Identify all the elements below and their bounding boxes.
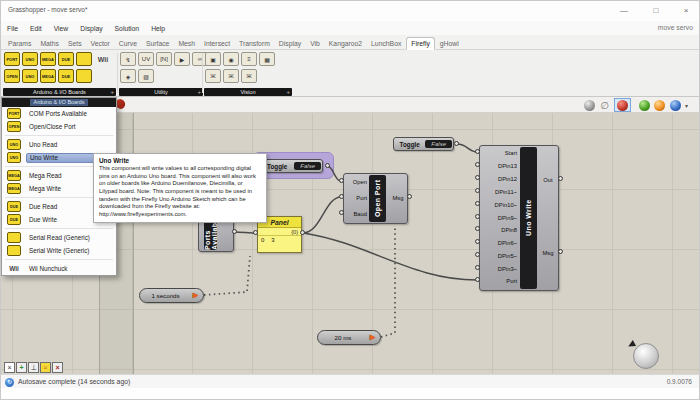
output-node-ports[interactable] bbox=[232, 229, 237, 234]
expand-plus-icon[interactable]: + bbox=[110, 89, 114, 95]
preview-shaded-icon[interactable] bbox=[617, 100, 628, 111]
uno-write-icon[interactable]: UNO bbox=[22, 69, 38, 83]
open-port-icon[interactable]: OPEN bbox=[4, 69, 20, 83]
ribbon-group-label-utility[interactable]: Utility + bbox=[119, 88, 203, 97]
open-port-component[interactable]: Open Port Baud Open Port Msg bbox=[343, 173, 408, 224]
tracking-icon[interactable]: ◉ bbox=[223, 52, 239, 66]
wii-nunchuck-icon[interactable]: Wii bbox=[94, 52, 112, 66]
mega-read-icon[interactable]: MEGA bbox=[40, 52, 56, 66]
tab-firefly[interactable]: Firefly bbox=[406, 37, 435, 50]
com-ports-icon[interactable]: PORT bbox=[4, 52, 20, 66]
serial-write-icon[interactable] bbox=[76, 69, 92, 83]
tab-vector[interactable]: Vector bbox=[87, 38, 114, 49]
due-read-icon[interactable]: DUE bbox=[58, 52, 74, 66]
output-node-panel[interactable] bbox=[300, 230, 305, 235]
camera-icon[interactable]: ▣ bbox=[205, 52, 221, 66]
menu-solution[interactable]: Solution bbox=[109, 25, 146, 32]
input-node-dpin10[interactable] bbox=[475, 201, 480, 206]
upload-icon[interactable]: ↯ bbox=[120, 52, 136, 66]
tab-transform[interactable]: Transform bbox=[235, 38, 274, 49]
tab-vib[interactable]: Vib bbox=[306, 38, 324, 49]
calibrate-icon[interactable]: ◈ bbox=[120, 69, 136, 83]
align-widget-icon[interactable]: + bbox=[16, 362, 27, 373]
input-node-dpin11[interactable] bbox=[475, 188, 480, 193]
minimize-button[interactable]: — bbox=[611, 3, 637, 18]
menu-view[interactable]: View bbox=[48, 25, 75, 32]
skeleton-icon-1[interactable]: Ж bbox=[205, 69, 221, 83]
anchor-widget-icon[interactable]: ⊥ bbox=[28, 362, 39, 373]
preview-off-icon[interactable]: ∅ bbox=[599, 100, 610, 111]
menu-item-com-ports[interactable]: PORT COM Ports Available bbox=[2, 107, 116, 120]
skeleton-icon-3[interactable]: Ж bbox=[241, 69, 257, 83]
tab-mesh[interactable]: Mesh bbox=[174, 38, 199, 49]
input-node-uport[interactable] bbox=[475, 277, 480, 282]
tab-lunchbox[interactable]: LunchBox bbox=[367, 38, 405, 49]
preview-wireframe-icon[interactable] bbox=[584, 100, 595, 111]
medium-quality-icon[interactable] bbox=[654, 100, 665, 111]
profiler-widget-icon[interactable]: ≈ bbox=[40, 362, 51, 373]
due-write-icon[interactable]: DUE bbox=[58, 69, 74, 83]
ribbon-group-label-vision[interactable]: Vision + bbox=[204, 88, 292, 97]
menu-help[interactable]: Help bbox=[145, 25, 171, 32]
close-widget-icon[interactable]: × bbox=[4, 362, 15, 373]
high-quality-icon[interactable] bbox=[670, 100, 681, 111]
expression-icon[interactable]: [N] bbox=[156, 52, 172, 66]
input-node-dpin5[interactable] bbox=[475, 252, 480, 257]
bucket-icon[interactable]: ▨ bbox=[138, 69, 154, 83]
maximize-button[interactable]: □ bbox=[643, 3, 669, 18]
timer-play-icon[interactable]: ► bbox=[368, 333, 377, 342]
menu-item-open-close-port[interactable]: OPEN Open/Close Port bbox=[2, 120, 116, 133]
tab-curve[interactable]: Curve bbox=[115, 38, 141, 49]
menu-item-serial-write[interactable]: Serial Write (Generic) bbox=[2, 244, 116, 257]
menu-display[interactable]: Display bbox=[74, 25, 108, 32]
expand-plus-icon[interactable]: + bbox=[197, 89, 201, 95]
close-button[interactable]: × bbox=[673, 3, 699, 18]
serial-read-icon[interactable] bbox=[76, 52, 92, 66]
output-node-out[interactable] bbox=[558, 176, 563, 181]
output-node-umsg[interactable] bbox=[558, 249, 563, 254]
output-node-toggle1[interactable] bbox=[325, 163, 330, 168]
boolean-toggle-2[interactable]: Toggle False bbox=[393, 137, 454, 151]
tab-kangaroo2[interactable]: Kangaroo2 bbox=[325, 38, 366, 49]
timer-20-ms[interactable]: 20 ms ► bbox=[317, 330, 381, 345]
boolean-toggle-1[interactable]: Toggle False bbox=[259, 159, 323, 173]
tab-intersect[interactable]: Intersect bbox=[200, 38, 234, 49]
uno-read-icon[interactable]: UNO bbox=[22, 52, 38, 66]
input-node-start[interactable] bbox=[475, 149, 480, 154]
menu-item-uno-read[interactable]: UNO Uno Read bbox=[2, 138, 116, 151]
timer-1-seconds[interactable]: 1 seconds ► bbox=[139, 288, 204, 303]
menu-item-wii-nunchuck[interactable]: Wii Wii Nunchuck bbox=[2, 262, 116, 275]
canvas-compass[interactable] bbox=[633, 343, 659, 369]
input-node-dpin6[interactable] bbox=[475, 239, 480, 244]
output-node-toggle2[interactable] bbox=[454, 141, 459, 146]
tab-params[interactable]: Params bbox=[4, 38, 35, 49]
tab-maths[interactable]: Maths bbox=[36, 38, 63, 49]
input-node-port[interactable] bbox=[339, 194, 344, 199]
input-node-panel[interactable] bbox=[253, 230, 258, 235]
draft-quality-icon[interactable] bbox=[639, 100, 650, 111]
timer-play-icon[interactable]: ► bbox=[191, 291, 200, 300]
cluster-widget-icon[interactable]: × bbox=[52, 362, 63, 373]
menu-item-serial-read[interactable]: Serial Read (Generic) bbox=[2, 231, 116, 244]
menu-file[interactable]: File bbox=[1, 25, 24, 32]
timeline-icon[interactable]: ≡ bbox=[241, 52, 257, 66]
expand-plus-icon[interactable]: + bbox=[286, 89, 290, 95]
mega-write-icon[interactable]: MEGA bbox=[40, 69, 56, 83]
ribbon-group-label-arduino[interactable]: Arduino & I/O Boards + bbox=[3, 88, 116, 97]
tab-display[interactable]: Display bbox=[275, 38, 305, 49]
tab-surface[interactable]: Surface bbox=[142, 38, 173, 49]
input-node-open[interactable] bbox=[339, 178, 344, 183]
output-node-msg[interactable] bbox=[407, 194, 412, 199]
play-icon[interactable]: ▶ bbox=[174, 52, 190, 66]
uv-icon[interactable]: UV bbox=[138, 52, 154, 66]
color-grid-icon[interactable]: ▦ bbox=[259, 52, 275, 66]
input-node-dpin8[interactable] bbox=[475, 226, 480, 231]
chevron-down-icon[interactable]: ▾ bbox=[685, 102, 688, 109]
dropdown-header[interactable]: Arduino & I/O Boards bbox=[2, 98, 116, 107]
input-node-dpin9[interactable] bbox=[475, 214, 480, 219]
input-node-dpin12[interactable] bbox=[475, 175, 480, 180]
uno-write-component[interactable]: Start DPin13 DPin12 DPin11~ DPin10~ DPin… bbox=[479, 145, 559, 291]
input-node-baud[interactable] bbox=[339, 210, 344, 215]
tab-ghowl[interactable]: gHowl bbox=[436, 38, 463, 49]
input-node-dpin3[interactable] bbox=[475, 265, 480, 270]
